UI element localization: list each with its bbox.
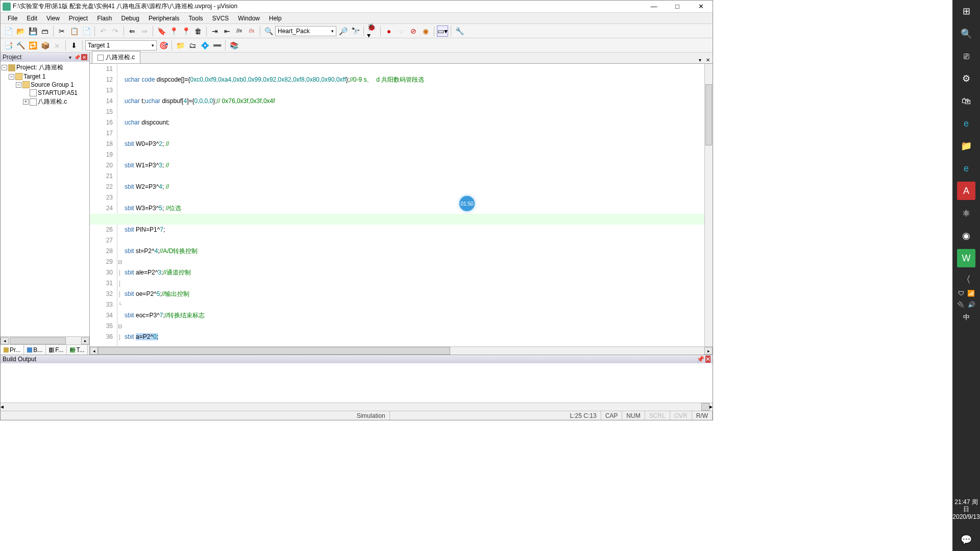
menu-help[interactable]: Help (265, 14, 286, 23)
back-icon[interactable]: 〈 (962, 273, 971, 286)
menu-tools[interactable]: Tools (185, 14, 207, 23)
comment-button[interactable]: //≡ (234, 26, 245, 37)
project-tree[interactable]: −Project: 八路巡检 −Target 1 −Source Group 1… (1, 62, 89, 336)
tree-expand-icon[interactable]: + (23, 99, 29, 105)
download-button[interactable]: ⬇ (68, 40, 80, 51)
translate-button[interactable]: 📑 (3, 40, 14, 51)
bookmark-clear-button[interactable]: 🗑 (192, 26, 204, 37)
nav-back-button[interactable]: ⇐ (127, 26, 138, 37)
tree-file[interactable]: 八路巡检.c (38, 97, 67, 106)
tab-books[interactable]: B... (24, 345, 46, 355)
tree-collapse-icon[interactable]: − (2, 65, 7, 70)
tab-dropdown-icon[interactable]: ▾ (696, 56, 703, 63)
ime-indicator[interactable]: 中 (957, 312, 975, 322)
breakpoint-enable-button[interactable]: ◉ (420, 26, 431, 37)
breakpoint-button[interactable]: ● (383, 26, 395, 37)
rebuild-button[interactable]: 🔁 (27, 40, 38, 51)
battery-icon[interactable]: 🔌 (957, 301, 965, 308)
build-output-header[interactable]: Build Output 📌 ✕ (1, 355, 713, 363)
find-in-files-button[interactable]: 🔍 (263, 26, 274, 37)
tab-templates[interactable]: 0→T... (67, 345, 88, 355)
batch-build-button[interactable]: 📦 (39, 40, 51, 51)
incremental-find-button[interactable]: 🔭 (350, 26, 361, 37)
scroll-right-icon[interactable]: ▸ (81, 337, 89, 344)
tray-icon[interactable]: 🛡 (958, 290, 964, 297)
minimize-button[interactable]: — (642, 1, 666, 13)
menu-file[interactable]: File (4, 14, 21, 23)
build-button[interactable]: 🔨 (15, 40, 26, 51)
editor-vscroll[interactable] (704, 64, 713, 346)
scroll-right-icon[interactable]: ▸ (704, 347, 713, 355)
build-hscroll[interactable]: ◂ ▸ (1, 403, 713, 411)
bookmark-prev-button[interactable]: 📍 (168, 26, 179, 37)
find-button[interactable]: 🔎 (337, 26, 349, 37)
tree-hscroll[interactable]: ◂ ▸ (1, 336, 89, 344)
debug-button[interactable]: 🐞▾ (366, 26, 378, 37)
remove-item-button[interactable]: ➖ (211, 40, 223, 51)
tab-functions[interactable]: {}F... (46, 345, 67, 355)
scroll-thumb[interactable] (705, 84, 712, 145)
select-device-button[interactable]: 💠 (199, 40, 210, 51)
start-button[interactable]: ⊞ (957, 2, 975, 20)
menu-view[interactable]: View (42, 14, 64, 23)
panel-close-icon[interactable]: ✕ (81, 54, 87, 60)
tray-icons-2[interactable]: 🔌 🔊 (957, 301, 975, 308)
indent-button[interactable]: ⇥ (209, 26, 220, 37)
search-icon[interactable]: 🔍 (957, 24, 975, 43)
settings-icon[interactable]: ⚙ (957, 69, 975, 88)
titlebar[interactable]: F:\实验室专用\第1版 配套光盘\实例41 八路电压表\源程序\八路巡检.uv… (1, 1, 713, 13)
editor-tab-active[interactable]: 八路巡检.c (92, 51, 140, 63)
menu-project[interactable]: Project (65, 14, 92, 23)
tree-collapse-icon[interactable]: − (16, 82, 21, 88)
close-button[interactable]: ✕ (689, 1, 713, 13)
nav-fwd-button[interactable]: ⇒ (139, 26, 150, 37)
tree-collapse-icon[interactable]: − (9, 74, 14, 80)
code-editor[interactable]: 1112131415161718192021222324252627282930… (90, 64, 713, 346)
ie-icon[interactable]: e (957, 159, 975, 178)
task-view-icon[interactable]: ⎚ (957, 47, 975, 65)
editor-hscroll[interactable]: ◂ ▸ (90, 346, 713, 355)
breakpoint-disable-button[interactable]: ○ (396, 26, 407, 37)
notifications-icon[interactable]: 💬 (957, 531, 975, 549)
scroll-thumb[interactable] (701, 403, 709, 411)
tray-icons[interactable]: 🛡 📶 (958, 290, 975, 297)
tree-project[interactable]: Project: 八路巡检 (16, 63, 63, 72)
scroll-left-icon[interactable]: ◂ (90, 347, 98, 355)
tab-close-icon[interactable]: ✕ (704, 56, 712, 63)
wechat-icon[interactable]: W (957, 249, 975, 267)
menu-flash[interactable]: Flash (93, 14, 116, 23)
chrome-icon[interactable]: ◉ (957, 227, 975, 245)
tree-target[interactable]: Target 1 (23, 73, 45, 80)
scroll-thumb[interactable] (98, 347, 450, 355)
fold-gutter[interactable]: ⊟│││└⊟│ (117, 64, 122, 346)
file-ext-button[interactable]: 📁 (175, 40, 186, 51)
open-file-button[interactable]: 📂 (15, 26, 26, 37)
manage-button[interactable]: 🗂 (187, 40, 198, 51)
store-icon[interactable]: 🛍 (957, 92, 975, 110)
build-output-text[interactable] (1, 363, 713, 403)
target-options-button[interactable]: 🎯 (158, 40, 169, 51)
maximize-button[interactable]: □ (666, 1, 689, 13)
panel-close-icon[interactable]: ✕ (705, 356, 710, 363)
tree-group[interactable]: Source Group 1 (31, 81, 74, 88)
uncomment-button[interactable]: //x (246, 26, 257, 37)
app-icon[interactable]: ⚛ (957, 204, 975, 222)
new-file-button[interactable]: 📄 (3, 26, 14, 37)
scroll-thumb[interactable] (10, 337, 66, 344)
panel-pin-icon[interactable]: 📌 (697, 356, 704, 363)
menu-edit[interactable]: Edit (22, 14, 41, 23)
cut-button[interactable]: ✂ (56, 26, 67, 37)
edge-icon[interactable]: e (957, 114, 975, 133)
save-all-button[interactable]: 🗃 (39, 26, 51, 37)
project-panel-header[interactable]: Project ▾ 📌 ✕ (1, 53, 89, 62)
menu-peripherals[interactable]: Peripherals (144, 14, 184, 23)
breakpoint-kill-button[interactable]: ⊘ (408, 26, 419, 37)
undo-button[interactable]: ↶ (97, 26, 109, 37)
paste-button[interactable]: 📄 (81, 26, 92, 37)
find-combo[interactable]: Heart_Pack▾ (275, 26, 336, 36)
volume-icon[interactable]: 🔊 (968, 301, 975, 308)
redo-button[interactable]: ↷ (110, 26, 121, 37)
scroll-right-icon[interactable]: ▸ (709, 403, 713, 411)
panel-menu-icon[interactable]: ▾ (67, 54, 73, 60)
scroll-left-icon[interactable]: ◂ (1, 337, 9, 344)
